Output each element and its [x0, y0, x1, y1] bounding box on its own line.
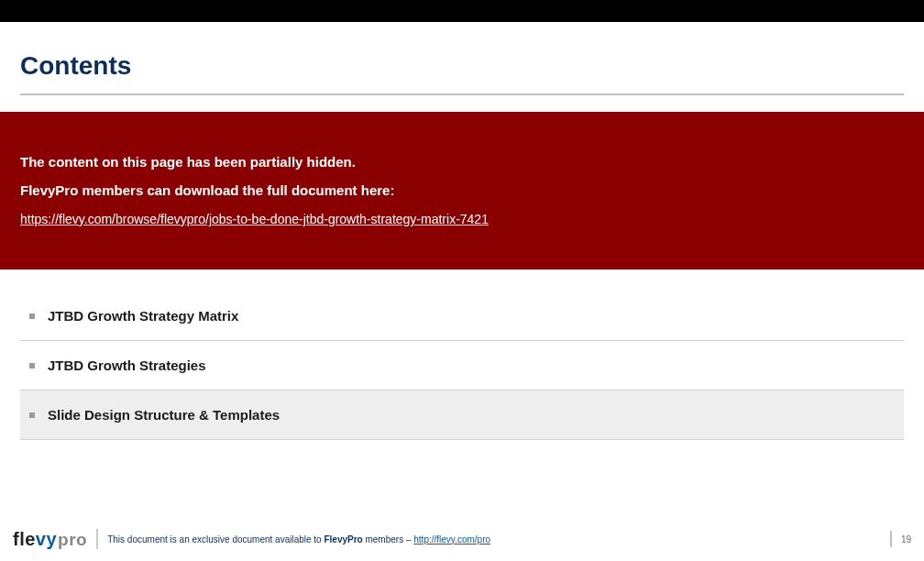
slide: Contents The content on this page has be…	[0, 22, 924, 561]
footer-link[interactable]: http://flevy.com/pro	[413, 534, 490, 544]
list-item-label: Slide Design Structure & Templates	[48, 407, 280, 423]
footer-text: This document is an exclusive document a…	[107, 534, 490, 544]
logo-part-pro: pro	[58, 530, 87, 549]
banner-link[interactable]: https://flevy.com/browse/flevypro/jobs-t…	[20, 212, 489, 226]
title-rule	[20, 94, 904, 95]
bullet-icon	[29, 314, 35, 319]
logo-part-vy: vy	[36, 529, 57, 549]
hidden-content-banner: The content on this page has been partia…	[0, 112, 924, 270]
page-title: Contents	[0, 22, 924, 88]
list-item: JTBD Growth Strategy Matrix	[20, 292, 904, 341]
flevypro-logo: flevypro	[13, 529, 87, 550]
list-item-active: Slide Design Structure & Templates	[20, 390, 904, 440]
footer-text-bold: FlevyPro	[324, 534, 362, 544]
contents-list: JTBD Growth Strategy Matrix JTBD Growth …	[20, 292, 904, 440]
bullet-icon	[29, 363, 35, 368]
top-black-bar	[0, 0, 924, 22]
page-number: 19	[901, 534, 911, 544]
footer-text-pre: This document is an exclusive document a…	[107, 534, 324, 544]
footer-text-post: members –	[363, 534, 414, 544]
list-item: JTBD Growth Strategies	[20, 341, 904, 390]
list-item-label: JTBD Growth Strategies	[48, 358, 206, 373]
list-item-label: JTBD Growth Strategy Matrix	[48, 308, 238, 324]
footer: flevypro This document is an exclusive d…	[0, 526, 924, 552]
banner-text-2: FlevyPro members can download the full d…	[20, 182, 904, 198]
logo-part-fle: fle	[13, 529, 36, 549]
banner-text-1: The content on this page has been partia…	[20, 154, 904, 170]
page-num-divider	[890, 531, 892, 547]
footer-divider	[96, 529, 98, 549]
bullet-icon	[29, 412, 35, 418]
